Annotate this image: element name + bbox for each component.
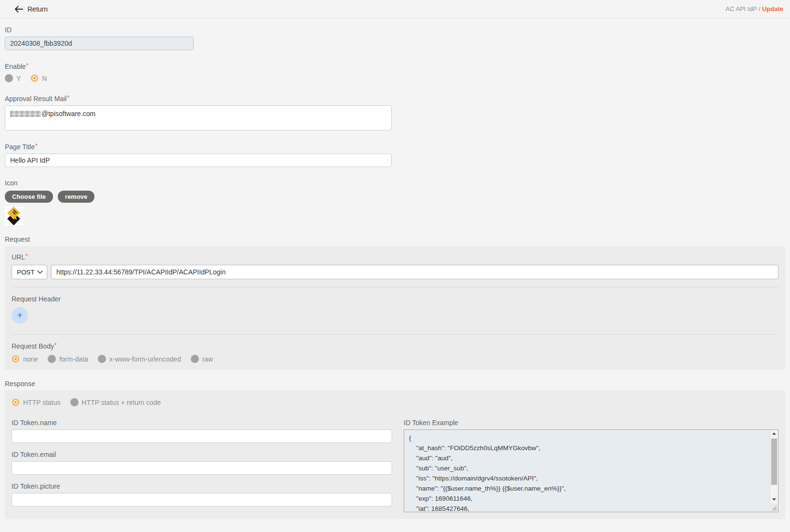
- body-option-urlencoded[interactable]: x-www-form-urlencoded: [98, 355, 181, 363]
- enable-label: Enable*: [5, 62, 785, 70]
- radio-raw[interactable]: [191, 355, 199, 363]
- approval-mail-textarea[interactable]: @tpisoftware.com: [5, 105, 392, 130]
- request-body-label: Request Body*: [12, 342, 778, 350]
- divider: [12, 334, 778, 335]
- icon-buttons: Choose file remove: [5, 191, 785, 203]
- required-asterisk: *: [35, 143, 38, 149]
- enable-option-n[interactable]: N: [30, 74, 47, 82]
- breadcrumb-separator: /: [757, 5, 762, 13]
- url-label-text: URL: [12, 253, 25, 261]
- choose-file-button[interactable]: Choose file: [5, 191, 53, 203]
- page-title-input[interactable]: [5, 154, 392, 167]
- response-columns: ID Token.name ID Token.email ID Token.pi…: [12, 419, 778, 512]
- request-header-label: Request Header: [12, 295, 778, 303]
- body-option-none[interactable]: none: [12, 355, 38, 363]
- divider: [12, 287, 778, 287]
- id-token-email-input[interactable]: [12, 461, 392, 475]
- radio-none-selected[interactable]: [13, 356, 19, 362]
- required-asterisk: *: [54, 342, 57, 349]
- request-section-label: Request: [5, 235, 785, 243]
- request-body-label-text: Request Body: [12, 342, 54, 350]
- radio-n-label: N: [42, 75, 47, 82]
- enable-label-text: Enable: [5, 63, 26, 70]
- back-arrow-icon: [14, 5, 23, 13]
- radio-form-data-label: form-data: [59, 355, 88, 363]
- radio-form-data[interactable]: [48, 355, 56, 363]
- radio-urlencoded[interactable]: [98, 355, 106, 363]
- radio-raw-label: raw: [202, 355, 213, 363]
- uploaded-icon-image: [5, 207, 23, 225]
- radio-urlencoded-label: x-www-form-urlencoded: [109, 355, 181, 363]
- page-title-label: Page Title*: [5, 143, 785, 151]
- add-header-button[interactable]: +: [12, 307, 28, 324]
- required-asterisk: *: [26, 253, 28, 260]
- radio-y-label: Y: [16, 75, 21, 82]
- url-row: POST: [12, 265, 778, 279]
- http-method-value: POST: [17, 269, 35, 276]
- id-token-name-input[interactable]: [12, 429, 392, 443]
- request-panel: URL* POST Request Header + Request Body*…: [5, 246, 785, 370]
- approval-mail-label: Approval Result Mail*: [5, 94, 785, 103]
- radio-http-status-label: HTTP status: [23, 399, 61, 406]
- enable-radio-group: Y N: [5, 74, 785, 82]
- chevron-down-icon: [37, 270, 43, 274]
- radio-http-status-selected[interactable]: [13, 399, 19, 405]
- scroll-down-icon[interactable]: [770, 495, 778, 503]
- remove-file-button[interactable]: remove: [58, 191, 94, 203]
- id-token-picture-label: ID Token.picture: [12, 482, 392, 490]
- response-section-label: Response: [5, 380, 785, 388]
- radio-none-label: none: [23, 355, 38, 363]
- request-body-radio-group: none form-data x-www-form-urlencoded raw: [12, 355, 778, 363]
- id-token-example-block: ID Token Example { "at_hash": "FOiDD5zzh…: [404, 419, 778, 512]
- return-link-label: Return: [27, 5, 48, 13]
- url-input[interactable]: [51, 265, 778, 279]
- id-label: ID: [5, 26, 785, 34]
- url-label: URL*: [12, 253, 778, 261]
- id-input: [5, 37, 194, 50]
- id-token-picture-input[interactable]: [12, 493, 392, 506]
- required-asterisk: *: [26, 62, 29, 69]
- icon-label: Icon: [5, 179, 785, 187]
- radio-n-selected[interactable]: [31, 75, 38, 81]
- http-method-select[interactable]: POST: [12, 265, 47, 279]
- id-token-example-code: { "at_hash": "FOiDD5zzh0sLqMMYGkovbw", "…: [404, 430, 778, 512]
- breadcrumb-section[interactable]: AC API IdP: [725, 5, 757, 13]
- response-radio-group: HTTP status HTTP status + return code: [12, 398, 778, 406]
- response-option-http-status-return-code[interactable]: HTTP status + return code: [70, 398, 161, 406]
- enable-option-y[interactable]: Y: [5, 74, 21, 82]
- required-asterisk: *: [67, 94, 69, 101]
- id-token-name-label: ID Token.name: [12, 419, 392, 427]
- approval-mail-label-text: Approval Result Mail: [5, 95, 66, 103]
- vertical-scrollbar[interactable]: [770, 430, 778, 512]
- scroll-up-icon[interactable]: [770, 430, 778, 438]
- breadcrumb: AC API IdP / Update: [725, 5, 783, 13]
- id-token-fields: ID Token.name ID Token.email ID Token.pi…: [12, 419, 392, 512]
- response-option-http-status[interactable]: HTTP status: [12, 398, 61, 406]
- response-panel: HTTP status HTTP status + return code ID…: [5, 390, 785, 519]
- radio-http-status-return-code-label: HTTP status + return code: [82, 399, 161, 406]
- id-token-example-label: ID Token Example: [404, 419, 778, 427]
- redacted-email-prefix: [10, 111, 41, 117]
- return-link[interactable]: Return: [14, 5, 48, 13]
- top-bar: Return AC API IdP / Update: [0, 0, 790, 18]
- id-token-example-textarea[interactable]: { "at_hash": "FOiDD5zzh0sLqMMYGkovbw", "…: [404, 429, 778, 512]
- body-option-form-data[interactable]: form-data: [48, 355, 88, 363]
- resize-grip-icon[interactable]: [770, 504, 778, 512]
- breadcrumb-current: Update: [762, 5, 783, 13]
- radio-http-status-return-code[interactable]: [70, 398, 79, 406]
- page-title-label-text: Page Title: [5, 143, 35, 151]
- id-token-email-label: ID Token.email: [12, 451, 392, 458]
- approval-mail-value: @tpisoftware.com: [41, 110, 95, 117]
- scrollbar-thumb[interactable]: [771, 439, 777, 485]
- radio-y-unselected[interactable]: [5, 74, 13, 82]
- body-option-raw[interactable]: raw: [191, 355, 213, 363]
